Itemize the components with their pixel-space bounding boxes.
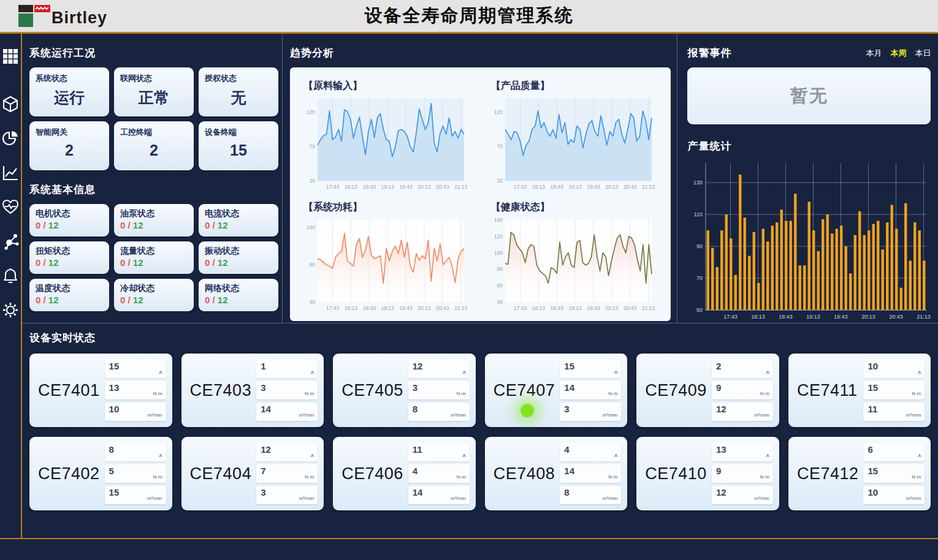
device-metric-value: 11 xyxy=(867,404,877,420)
sidebar-item-settings[interactable] xyxy=(0,300,21,320)
info-card-value: 0 / 12 xyxy=(120,257,188,268)
info-card-value: 0 / 12 xyxy=(120,295,188,305)
sidebar-item-devices[interactable] xyxy=(0,94,21,115)
production-title: 产量统计 xyxy=(687,139,931,153)
sidebar-item-trends[interactable] xyxy=(0,162,21,183)
svg-text:19:43: 19:43 xyxy=(587,305,600,311)
device-metric-row: 14m³/min xyxy=(408,486,470,504)
device-metric-unit: m³/min xyxy=(147,412,162,420)
device-metric-unit: A xyxy=(462,369,465,377)
device-metric-row: 7N·m xyxy=(256,464,318,483)
alarm-tab-本日[interactable]: 本日 xyxy=(915,48,931,59)
status-card-4: 工控终端2 xyxy=(114,121,194,170)
alarm-tab-本月[interactable]: 本月 xyxy=(866,48,882,59)
device-metric-unit: N·m xyxy=(153,391,162,398)
info-card-value: 0 / 12 xyxy=(36,220,103,230)
device-metric-value: 7 xyxy=(261,466,265,482)
sidebar-item-topology[interactable] xyxy=(0,231,21,252)
device-metric-row: 12A xyxy=(256,443,318,461)
device-card-CE7411[interactable]: CE741110A15N·m11m³/min xyxy=(788,354,931,427)
device-metric-unit: A xyxy=(918,369,921,377)
info-card-total: 12 xyxy=(218,220,228,230)
device-metric-value: 12 xyxy=(716,487,726,503)
alarm-tab-本周[interactable]: 本周 xyxy=(890,48,906,59)
device-metrics: 15A14N·m3m³/min xyxy=(560,360,621,421)
device-metric-row: 12m³/min xyxy=(712,403,773,421)
svg-text:20:43: 20:43 xyxy=(436,184,449,190)
page-title: 设备全寿命周期管理系统 xyxy=(0,4,938,28)
device-card-CE7403[interactable]: CE74031A3N·m14m³/min xyxy=(181,354,324,427)
chart-health-status: 【健康状态】 40608010012014017:4318:1318:4319:… xyxy=(489,196,660,317)
device-metric-unit: A xyxy=(159,453,162,460)
info-card-total: 12 xyxy=(133,220,143,230)
sidebar-item-health[interactable] xyxy=(0,197,21,218)
status-card-value: 2 xyxy=(120,142,188,159)
svg-text:20:13: 20:13 xyxy=(418,305,431,311)
svg-text:20:43: 20:43 xyxy=(890,314,904,320)
chart-product-quality-plot: 207012017:4318:1318:4319:1319:4320:1320:… xyxy=(489,94,660,194)
main-area: 系统运行工况 系统状态运行联网状态正常授权状态无智能网关2工控终端2设备终端15… xyxy=(22,34,938,538)
device-metric-row: 12m³/min xyxy=(712,486,773,504)
device-metric-row: 1A xyxy=(256,360,318,378)
device-card-CE7405[interactable]: CE740512A3N·m8m³/min xyxy=(333,354,476,427)
device-metric-unit: m³/min xyxy=(603,496,617,503)
device-card-CE7412[interactable]: CE74126A15N·m10m³/min xyxy=(788,437,931,510)
device-card-CE7409[interactable]: CE74092A9N·m12m³/min xyxy=(636,354,779,427)
device-card-CE7407[interactable]: CE740715A14N·m3m³/min xyxy=(485,354,628,427)
svg-text:19:43: 19:43 xyxy=(587,184,600,190)
info-card-total: 12 xyxy=(218,257,228,268)
info-card-label: 油泵状态 xyxy=(120,208,188,219)
info-card-0: 电机状态0 / 12 xyxy=(29,204,109,236)
device-card-CE7402[interactable]: CE74028A5N·m15m³/min xyxy=(29,437,172,510)
device-metric-unit: N·m xyxy=(760,474,769,482)
chart-health-status-title: 【健康状态】 xyxy=(491,201,660,214)
device-metric-row: 3m³/min xyxy=(256,486,318,504)
chart-material-input-title: 【原料输入】 xyxy=(303,80,473,93)
device-metric-value: 14 xyxy=(564,382,574,398)
device-metrics: 12A3N·m8m³/min xyxy=(408,360,470,421)
chart-svg: 409014017:4318:1318:4319:1319:4320:1320:… xyxy=(301,215,468,313)
svg-text:17:43: 17:43 xyxy=(514,184,527,190)
info-card-count: 0 / xyxy=(36,295,48,305)
device-metric-value: 14 xyxy=(261,404,271,420)
device-metric-value: 11 xyxy=(413,444,422,460)
device-metric-row: 8A xyxy=(105,443,166,461)
svg-text:20: 20 xyxy=(310,178,316,184)
sidebar-item-apps[interactable] xyxy=(0,46,21,67)
molecule-icon xyxy=(2,233,19,250)
device-card-CE7404[interactable]: CE740412A7N·m3m³/min xyxy=(181,437,324,510)
svg-text:120: 120 xyxy=(494,109,503,115)
device-metric-unit: A xyxy=(614,453,617,460)
device-name: CE7409 xyxy=(645,381,707,400)
device-metric-value: 2 xyxy=(716,361,721,377)
svg-text:21:13: 21:13 xyxy=(454,184,468,190)
svg-text:20:43: 20:43 xyxy=(623,184,637,190)
device-metric-value: 9 xyxy=(716,382,721,398)
device-metrics: 4A14N·m8m³/min xyxy=(560,443,621,504)
pie-chart-icon xyxy=(2,130,19,147)
device-metric-value: 15 xyxy=(867,466,878,482)
sidebar-item-alerts[interactable] xyxy=(0,265,21,286)
device-card-CE7401[interactable]: CE740115A13N·m10m³/min xyxy=(29,354,172,427)
device-card-CE7406[interactable]: CE740611A4N·m14m³/min xyxy=(333,437,476,510)
status-card-0: 系统状态运行 xyxy=(29,67,109,116)
device-card-CE7408[interactable]: CE74084A14N·m8m³/min xyxy=(485,437,628,510)
device-metric-row: 4A xyxy=(560,443,621,461)
device-metric-value: 8 xyxy=(413,404,418,420)
chart-svg: 207012017:4318:1318:4319:1319:4320:1320:… xyxy=(489,94,655,192)
sidebar-item-reports[interactable] xyxy=(0,128,21,149)
svg-text:20: 20 xyxy=(497,178,503,184)
apps-grid-icon xyxy=(2,48,19,65)
info-card-count: 0 / xyxy=(205,220,218,230)
system-info-title: 系统基本信息 xyxy=(29,183,278,197)
device-metric-unit: m³/min xyxy=(603,412,617,420)
info-card-label: 网络状态 xyxy=(205,283,272,294)
svg-text:120: 120 xyxy=(307,109,315,115)
device-metric-value: 15 xyxy=(109,361,120,377)
device-card-CE7410[interactable]: CE741013A9N·m12m³/min xyxy=(636,437,779,510)
device-metric-row: 10m³/min xyxy=(863,486,925,504)
info-card-8: 网络状态0 / 12 xyxy=(199,279,278,311)
svg-text:80: 80 xyxy=(497,266,503,272)
device-metric-row: 2A xyxy=(712,360,773,378)
device-metric-unit: N·m xyxy=(608,474,617,482)
